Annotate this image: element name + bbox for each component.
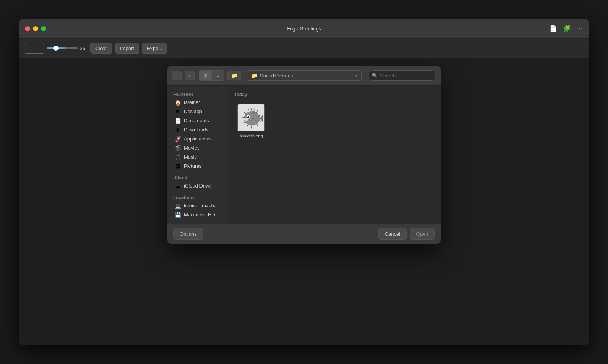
movies-icon: 🎬: [175, 145, 181, 151]
footer-left: Options: [173, 228, 203, 240]
search-icon: 🔍: [372, 73, 378, 78]
dialog-toolbar: ‹ › ⊞ ≡ 📁 📁 Sav: [167, 66, 441, 86]
brush-size-control: 25: [47, 46, 87, 51]
home-icon: 🏠: [175, 99, 181, 106]
location-label: Saved Pictures: [260, 73, 353, 79]
applications-icon: 🚀: [175, 136, 181, 142]
sidebar-item-tsteiner-macb[interactable]: 💻 tsteiner-macb...: [169, 201, 226, 210]
blowfish-image: [238, 105, 264, 131]
icloud-label: iCloud: [167, 174, 228, 181]
file-dialog: ‹ › ⊞ ≡ 📁 📁 Sav: [167, 66, 441, 244]
sidebar-item-label: Pictures: [184, 163, 202, 169]
mac-window: Fugu Greetings 📄 🧩 ⋯ 25 Clear Import Exp…: [19, 19, 589, 345]
sidebar-item-music[interactable]: 🎵 Music: [169, 153, 226, 162]
cancel-button[interactable]: Cancel: [378, 228, 407, 240]
search-input[interactable]: [380, 73, 432, 79]
file-name: blowfish.png: [239, 134, 263, 138]
sidebar-item-tsteiner[interactable]: 🏠 tsteiner: [169, 98, 226, 107]
title-bar-actions: 📄 🧩 ⋯: [549, 25, 583, 32]
svg-point-15: [247, 116, 248, 117]
sidebar-item-icloud-drive[interactable]: ☁ iCloud Drive: [169, 181, 226, 191]
folder-icon: 📁: [231, 72, 238, 79]
sidebar-item-movies[interactable]: 🎬 Movies: [169, 143, 226, 153]
sidebar-item-macintosh-hd[interactable]: 💾 Macintosh HD: [169, 210, 226, 219]
options-button[interactable]: Options: [173, 228, 203, 240]
downloads-icon: ⬇: [175, 127, 181, 133]
dialog-footer: Options Cancel Open: [167, 224, 441, 244]
sidebar-item-label: Applications: [184, 136, 211, 142]
svg-point-21: [255, 120, 256, 121]
file-thumbnail: [238, 104, 265, 131]
forward-button[interactable]: ›: [185, 71, 195, 80]
export-button[interactable]: Expo...: [142, 43, 167, 54]
document-icon[interactable]: 📄: [549, 25, 557, 32]
sidebar-item-label: Downloads: [184, 127, 208, 132]
favorites-label: Favorites: [167, 90, 228, 98]
date-group-label: Today: [234, 92, 435, 97]
sidebar-item-label: Desktop: [184, 109, 202, 114]
sidebar-item-label: iCloud Drive: [184, 183, 211, 189]
sidebar-item-label: tsteiner-macb...: [184, 203, 218, 208]
locations-label: Locations: [167, 194, 228, 201]
app-content: ‹ › ⊞ ≡ 📁 📁 Sav: [19, 58, 589, 345]
clear-button[interactable]: Clear: [90, 43, 112, 54]
svg-point-16: [244, 118, 248, 121]
sidebar-item-downloads[interactable]: ⬇ Downloads: [169, 125, 226, 134]
desktop-icon: 🖥: [175, 109, 181, 115]
search-box: 🔍: [368, 70, 436, 81]
svg-marker-18: [260, 115, 263, 122]
maximize-button[interactable]: [41, 26, 46, 31]
title-bar: Fugu Greetings 📄 🧩 ⋯: [19, 19, 589, 39]
chevron-left-icon: ‹: [176, 72, 178, 79]
canvas-preview: [25, 43, 44, 54]
sidebar-item-documents[interactable]: 📄 Documents: [169, 116, 226, 125]
close-button[interactable]: [25, 26, 30, 31]
svg-line-1: [251, 107, 252, 111]
location-folder-icon: 📁: [251, 72, 258, 79]
import-button[interactable]: Import: [115, 43, 139, 54]
ellipsis-icon[interactable]: ⋯: [577, 25, 583, 32]
traffic-lights: [25, 26, 46, 31]
open-button[interactable]: Open: [410, 228, 435, 240]
dialog-body: Favorites 🏠 tsteiner 🖥 Desktop 📄 Documen…: [167, 86, 441, 224]
svg-point-19: [252, 117, 255, 120]
back-button[interactable]: ‹: [172, 71, 182, 80]
svg-line-8: [247, 124, 249, 127]
sidebar-item-applications[interactable]: 🚀 Applications: [169, 134, 226, 143]
sidebar: Favorites 🏠 tsteiner 🖥 Desktop 📄 Documen…: [167, 86, 228, 224]
file-grid: blowfish.png: [234, 102, 435, 140]
list-view-button[interactable]: ≡: [212, 71, 224, 80]
location-dropdown[interactable]: 📁 Saved Pictures ▾: [247, 70, 362, 81]
sidebar-item-label: Documents: [184, 118, 209, 123]
cloud-icon: ☁: [175, 183, 181, 189]
file-area: Today: [228, 86, 441, 224]
grid-view-button[interactable]: ⊞: [200, 71, 212, 80]
file-item-blowfish[interactable]: blowfish.png: [234, 102, 268, 140]
harddrive-icon: 💾: [175, 212, 181, 218]
sidebar-item-label: Macintosh HD: [184, 212, 215, 217]
minimize-button[interactable]: [33, 26, 38, 31]
app-toolbar: 25 Clear Import Expo...: [19, 39, 589, 58]
view-mode-selector: ⊞ ≡: [199, 70, 224, 81]
puzzle-icon[interactable]: 🧩: [563, 25, 571, 32]
footer-right: Cancel Open: [378, 228, 435, 240]
sidebar-item-label: Movies: [184, 145, 200, 151]
music-icon: 🎵: [175, 154, 181, 160]
sidebar-item-label: Music: [184, 154, 197, 160]
chevron-down-icon: ▾: [355, 73, 358, 78]
svg-line-9: [243, 121, 245, 123]
brush-size-value: 25: [80, 46, 87, 51]
grid-icon: ⊞: [203, 73, 207, 79]
svg-line-7: [251, 125, 252, 128]
folder-up-button[interactable]: 📁: [227, 71, 241, 80]
sidebar-item-label: tsteiner: [184, 99, 200, 105]
brush-size-slider[interactable]: [47, 47, 78, 49]
sidebar-item-desktop[interactable]: 🖥 Desktop: [169, 107, 226, 116]
laptop-icon: 💻: [175, 203, 181, 209]
pictures-icon: 🖼: [175, 163, 181, 169]
svg-line-11: [244, 112, 246, 114]
chevron-right-icon: ›: [189, 72, 191, 79]
svg-line-12: [248, 109, 249, 112]
sidebar-item-pictures[interactable]: 🖼 Pictures: [169, 162, 226, 171]
document-icon: 📄: [175, 118, 181, 124]
